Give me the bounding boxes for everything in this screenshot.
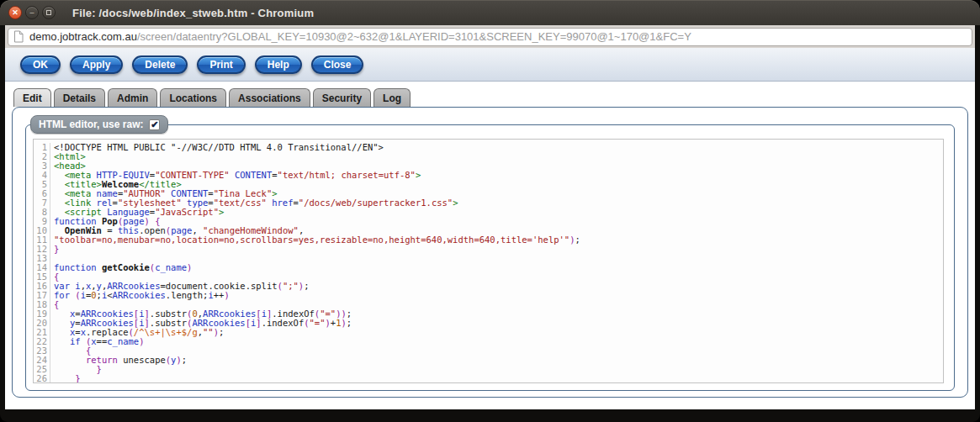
- code-text: }: [54, 245, 59, 254]
- tab-security[interactable]: Security: [313, 88, 371, 107]
- address-toolbar: demo.jobtrack.com.au/screen/dataentry?GL…: [5, 25, 975, 48]
- chrome-frame: demo.jobtrack.com.au/screen/dataentry?GL…: [5, 25, 975, 409]
- code-line: 12}: [34, 245, 943, 254]
- window-minimize-icon[interactable]: –: [25, 6, 39, 19]
- code-line: 11"toolbar=no,menubar=no,location=no,scr…: [34, 235, 943, 245]
- code-line: 24 return unescape(y);: [34, 356, 943, 365]
- action-button-apply[interactable]: Apply: [70, 55, 123, 74]
- window-close-icon[interactable]: ✕: [8, 6, 22, 19]
- action-button-close[interactable]: Close: [311, 55, 364, 74]
- action-button-print[interactable]: Print: [197, 55, 245, 74]
- use-raw-checkbox[interactable]: ✔: [149, 119, 160, 130]
- code-text: <!DOCTYPE HTML PUBLIC "-//W3C//DTD HTML …: [54, 143, 384, 152]
- code-line: 1<!DOCTYPE HTML PUBLIC "-//W3C//DTD HTML…: [34, 143, 943, 152]
- action-button-ok[interactable]: OK: [20, 55, 61, 74]
- tab-bar: EditDetailsAdminLocationsAssociationsSec…: [5, 82, 975, 107]
- editor-legend-label: HTML editor, use raw:: [39, 119, 143, 130]
- code-text: function getCookie(c_name): [54, 263, 192, 272]
- code-line: 2<html>: [34, 152, 943, 161]
- window-maximize-icon[interactable]: [42, 6, 56, 19]
- code-line: 14function getCookie(c_name): [34, 263, 943, 272]
- code-line: 26 }: [34, 374, 943, 383]
- code-line: 17for (i=0;i<ARRcookies.length;i++): [34, 291, 943, 300]
- editor-legend: HTML editor, use raw: ✔: [30, 115, 168, 134]
- code-line: 21 x=x.replace(/^\s+|\s+$/g,"");: [34, 328, 943, 337]
- code-text: "toolbar=no,menubar=no,location=no,scrol…: [54, 235, 580, 245]
- window-title: File: /docs/web/index_stweb.htm - Chromi…: [72, 7, 314, 19]
- tab-panel: HTML editor, use raw: ✔ 1<!DOCTYPE HTML …: [12, 107, 968, 398]
- page-icon: [13, 30, 24, 43]
- tab-admin[interactable]: Admin: [108, 88, 157, 107]
- code-line: 25 }: [34, 365, 943, 374]
- address-bar[interactable]: demo.jobtrack.com.au/screen/dataentry?GL…: [8, 28, 972, 46]
- browser-window: ✕ – File: /docs/web/index_stweb.htm - Ch…: [0, 0, 980, 422]
- url-domain: demo.jobtrack.com.au: [29, 30, 137, 43]
- url-path: /screen/dataentry?GLOBAL_KEY=10930@2~632…: [137, 30, 691, 43]
- action-button-strip: OKApplyDeletePrintHelpClose: [5, 48, 975, 82]
- code-text: for (i=0;i<ARRcookies.length;i++): [54, 291, 230, 300]
- page-content: EditDetailsAdminLocationsAssociationsSec…: [5, 82, 975, 409]
- code-line: 22 if (x==c_name): [34, 337, 943, 346]
- title-bar: ✕ – File: /docs/web/index_stweb.htm - Ch…: [0, 0, 980, 25]
- action-button-help[interactable]: Help: [255, 55, 302, 74]
- code-line: 8 <script Language="JavaScript">: [34, 208, 943, 217]
- code-editor[interactable]: 1<!DOCTYPE HTML PUBLIC "-//W3C//DTD HTML…: [33, 139, 944, 383]
- tab-log[interactable]: Log: [373, 88, 411, 107]
- editor-fieldset: HTML editor, use raw: ✔ 1<!DOCTYPE HTML …: [25, 124, 955, 391]
- tab-edit[interactable]: Edit: [13, 88, 51, 107]
- tab-details[interactable]: Details: [54, 88, 105, 107]
- action-button-delete[interactable]: Delete: [132, 55, 188, 74]
- tab-associations[interactable]: Associations: [229, 88, 310, 107]
- tab-locations[interactable]: Locations: [160, 88, 226, 107]
